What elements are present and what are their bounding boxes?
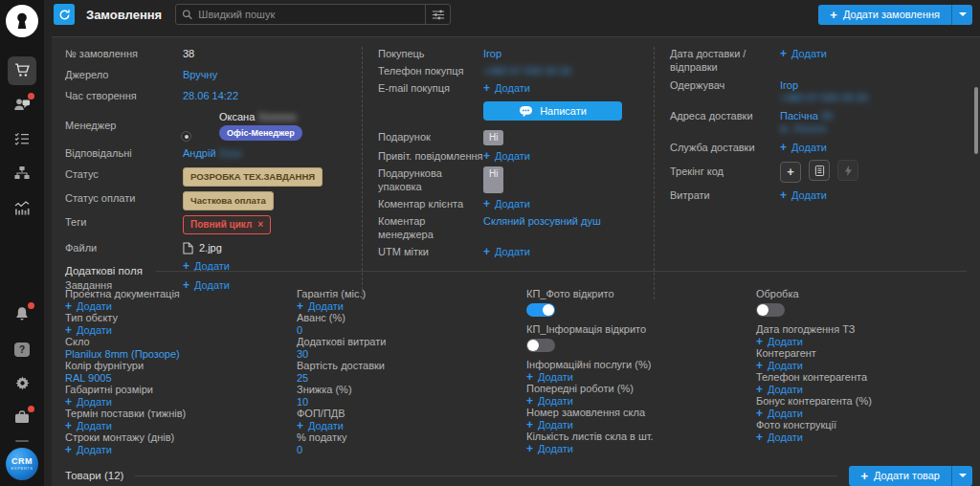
tracking-auto-button[interactable] [837, 160, 858, 181]
products-catalog-button[interactable] [8, 404, 36, 432]
field-value[interactable]: RAL 9005 [65, 372, 112, 384]
field-label: Габаритні розміри [65, 384, 297, 396]
settings-button[interactable] [8, 369, 36, 398]
tracking-document-button[interactable] [809, 160, 830, 181]
filter-button[interactable] [425, 5, 450, 24]
add-tracking-button[interactable]: + [780, 162, 801, 183]
write-message-button[interactable]: Написати [483, 101, 622, 121]
add-delivery-service-button[interactable]: +Додати [780, 141, 827, 154]
toggle-switch[interactable] [526, 303, 555, 317]
tag-remove-icon[interactable]: × [257, 218, 263, 232]
field-row: Аванс (%)0 [297, 312, 526, 336]
file-item[interactable]: 2.jpg [183, 241, 230, 254]
order-number-value: 38 [183, 47, 194, 60]
field-label: Інформаційні послуги (%) [526, 359, 756, 371]
keyhole-logo-icon[interactable] [6, 5, 38, 37]
field-label: Менеджер [65, 119, 183, 132]
page-title: Замовлення [86, 8, 162, 22]
sidebar-item-tasks[interactable] [8, 125, 36, 154]
add-order-button[interactable]: + Додати замовлення [818, 5, 951, 25]
buyer-value[interactable]: Ігор [483, 47, 501, 60]
file-name[interactable]: 2.jpg [199, 241, 222, 254]
add-label: Додати [77, 324, 112, 337]
refresh-icon [58, 9, 71, 21]
sidebar-item-structure[interactable] [8, 160, 36, 188]
add-label: Додати [538, 419, 573, 431]
add-label: Додати [768, 408, 803, 420]
add-button[interactable]: +Додати [297, 300, 344, 313]
add-button[interactable]: +Додати [756, 384, 803, 396]
field-row: % податку0 [297, 431, 526, 455]
add-button[interactable]: +Додати [65, 396, 112, 409]
created-time-value[interactable]: 28.06 14:22 [183, 89, 238, 102]
toggle-switch[interactable] [756, 303, 785, 317]
add-button[interactable]: +Додати [65, 324, 112, 337]
field-label: Тип обєкту [65, 312, 297, 324]
add-button[interactable]: +Додати [756, 431, 803, 444]
add-greeting-button[interactable]: +Додати [483, 149, 530, 163]
plus-icon: + [297, 300, 303, 313]
refresh-button[interactable] [54, 4, 75, 25]
tag-pill[interactable]: Повний цикл× [183, 215, 271, 234]
sidebar-item-orders[interactable] [8, 56, 36, 85]
field-label: Телефон покупця [378, 64, 483, 77]
add-button[interactable]: +Додати [65, 420, 112, 432]
receiver-value[interactable]: Ігор [780, 79, 798, 91]
field-value[interactable]: 25 [297, 372, 308, 384]
add-button[interactable]: +Додати [756, 360, 803, 372]
field-value[interactable]: 30 [297, 348, 308, 360]
additional-fields-grid: Проектна документація+ДодатиТип обєкту+Д… [52, 280, 980, 460]
help-button[interactable]: ? [8, 335, 36, 364]
add-button[interactable]: +Додати [526, 371, 573, 384]
add-button[interactable]: +Додати [65, 444, 112, 456]
notifications-button[interactable] [8, 300, 36, 329]
source-value[interactable]: Вручну [183, 68, 217, 81]
add-button[interactable]: +Додати [756, 336, 803, 348]
crm-experts-logo[interactable]: CRM EXPERTS [6, 448, 38, 480]
add-button[interactable]: +Додати [756, 408, 803, 420]
add-utm-button[interactable]: +Додати [483, 245, 530, 258]
field-value[interactable]: 0 [297, 324, 302, 336]
add-label: Додати [538, 395, 573, 408]
scrollbar-thumb[interactable] [974, 87, 978, 154]
field-label: Дата доставки / відправки [670, 47, 780, 74]
field-value[interactable]: 10 [297, 396, 308, 408]
address-value[interactable]: Пасічна [780, 110, 818, 122]
add-button[interactable]: +Додати [526, 443, 573, 455]
field-label: Джерело [65, 68, 183, 81]
plus-icon: + [756, 360, 763, 372]
manager-comment-value[interactable]: Скляний розсувний душ [483, 214, 601, 241]
add-order-dropdown-button[interactable] [951, 5, 972, 25]
plus-icon: + [756, 384, 763, 396]
sidebar-item-statistics[interactable] [8, 194, 36, 223]
plus-icon: + [780, 47, 787, 60]
add-product-dropdown-button[interactable] [951, 466, 972, 486]
field-label: Бонус контерагента (%) [756, 395, 980, 408]
add-button[interactable]: +Додати [297, 420, 344, 432]
field-value[interactable]: 0 [297, 444, 302, 455]
search-input[interactable] [198, 9, 419, 20]
add-email-button[interactable]: +Додати [483, 81, 530, 95]
field-row: Кількість листів скла в шт.+Додати [526, 431, 756, 454]
manager-name[interactable]: Оксана [219, 111, 255, 122]
field-label: Строки монтажу (днів) [65, 431, 297, 444]
additional-fields-column: ОбробкаДата погодження ТЗ+ДодатиКонтераг… [756, 288, 980, 460]
add-expenses-button[interactable]: +Додати [780, 188, 827, 202]
add-label: Додати [495, 197, 530, 210]
add-button[interactable]: +Додати [526, 419, 573, 431]
toggle-switch[interactable] [526, 339, 555, 352]
add-label: Додати [77, 444, 112, 456]
add-button[interactable]: +Додати [65, 300, 112, 313]
payment-status-badge[interactable]: Часткова оплата [183, 191, 274, 210]
status-badge[interactable]: РОЗРОБКА ТЕХ.ЗАВДАННЯ [183, 167, 323, 187]
manager-avatar[interactable] [183, 111, 212, 140]
field-value[interactable]: Planilux 8mm (Прозоре) [65, 348, 180, 360]
add-delivery-date-button[interactable]: +Додати [780, 47, 827, 74]
add-product-button[interactable]: + Додати товар [849, 466, 951, 486]
add-button[interactable]: +Додати [526, 395, 573, 408]
sidebar-item-clients[interactable] [8, 91, 36, 120]
field-label: Скло [65, 336, 297, 348]
gear-icon [15, 376, 30, 392]
add-client-comment-button[interactable]: +Додати [483, 197, 530, 210]
responsible-value[interactable]: Андрій [183, 147, 216, 159]
